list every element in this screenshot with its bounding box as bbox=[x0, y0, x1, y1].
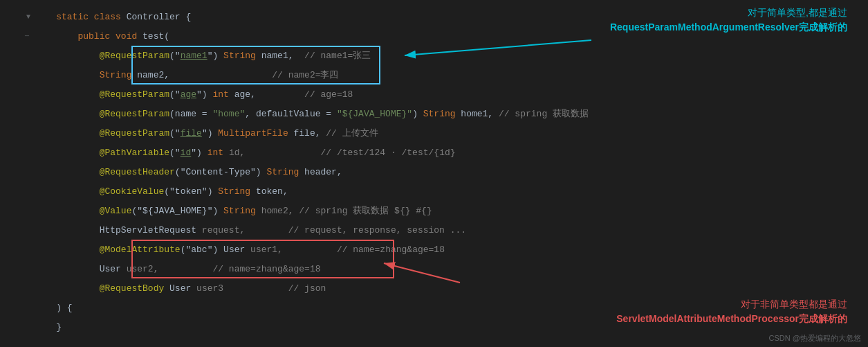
line-4: @RequestParam("age") int age, // age=18 bbox=[0, 84, 868, 104]
line-content: @RequestParam("age") int age, // age=18 bbox=[35, 89, 353, 100]
callout-bottom-line2: ServletModelAttributeMethodProcessor完成解析… bbox=[616, 312, 847, 326]
line-10: @Value("${JAVA_HOME}") String home2, // … bbox=[0, 201, 868, 220]
line-content: String name2, // name2=李四 bbox=[35, 69, 338, 81]
line-11: HttpServletRequest request, // request, … bbox=[0, 220, 868, 240]
line-gutter: ─ bbox=[7, 33, 35, 40]
line-content: @CookieValue("token") String token, bbox=[35, 186, 288, 197]
line-content: public void test( bbox=[35, 31, 169, 42]
code-editor: ▼ static class Controller {─ public void… bbox=[0, 0, 868, 347]
line-13: User user2, // name=zhang&age=18 bbox=[0, 259, 868, 278]
line-8: @RequestHeader("Content-Type") String he… bbox=[0, 162, 868, 181]
line-5: @RequestParam(name = "home", defaultValu… bbox=[0, 104, 868, 123]
line-2: @RequestParam("name1") String name1, // … bbox=[0, 46, 868, 65]
callout-bottom: 对于非简单类型都是通过 ServletModelAttributeMethodP… bbox=[616, 297, 847, 326]
line-6: @RequestParam("file") MultipartFile file… bbox=[0, 123, 868, 143]
line-content: @PathVariable("id") int id, // /test/124… bbox=[35, 148, 456, 158]
line-12: @ModelAttribute("abc") User user1, // na… bbox=[0, 240, 868, 259]
line-9: @CookieValue("token") String token, bbox=[0, 181, 868, 201]
line-content: HttpServletRequest request, // request, … bbox=[35, 225, 466, 235]
callout-top: 对于简单类型,都是通过 RequestParamMethodArgumentRe… bbox=[610, 6, 847, 35]
line-content: @RequestParam("file") MultipartFile file… bbox=[35, 127, 378, 139]
line-content: @RequestParam("name1") String name1, // … bbox=[35, 49, 371, 62]
line-content: @ModelAttribute("abc") User user1, // na… bbox=[35, 244, 445, 255]
line-gutter: ▼ bbox=[7, 13, 35, 21]
line-7: @PathVariable("id") int id, // /test/124… bbox=[0, 143, 868, 162]
line-content: User user2, // name=zhang&age=18 bbox=[35, 264, 321, 274]
watermark: CSDN @热爱编程的大忽悠 bbox=[769, 333, 861, 344]
line-content: @RequestHeader("Content-Type") String he… bbox=[35, 167, 342, 177]
line-content: @Value("${JAVA_HOME}") String home2, // … bbox=[35, 204, 432, 217]
line-content: ) { bbox=[35, 303, 73, 313]
line-3: String name2, // name2=李四 bbox=[0, 65, 868, 84]
callout-top-line2: RequestParamMethodArgumentResolver完成解析的 bbox=[610, 20, 847, 35]
line-14: @RequestBody User user3 // json bbox=[0, 278, 868, 298]
line-content: @RequestParam(name = "home", defaultValu… bbox=[35, 107, 589, 120]
line-content: } bbox=[35, 322, 62, 332]
line-content: @RequestBody User user3 // json bbox=[35, 283, 326, 294]
callout-top-line1: 对于简单类型,都是通过 bbox=[610, 6, 847, 20]
line-content: static class Controller { bbox=[35, 12, 191, 22]
callout-bottom-line1: 对于非简单类型都是通过 bbox=[616, 297, 847, 312]
